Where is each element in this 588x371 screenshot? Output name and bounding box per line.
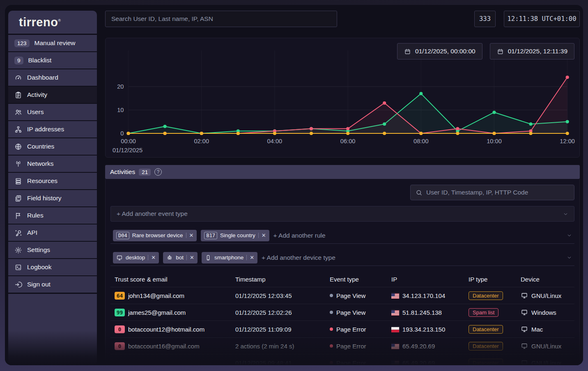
sidebar-item-label: Field history [27,195,62,202]
table-row[interactable]: 99james25@gmail.com01/12/2025 12:02:26Pa… [110,304,574,321]
table-row[interactable]: 0botaccount12@hotmail.com01/12/2025 11:0… [110,321,574,337]
smartphone-icon [205,254,211,261]
add-event-type-label[interactable]: + Add another event type [117,210,188,218]
sidebar-item-dashboard[interactable]: Dashboard [8,69,97,86]
table-row[interactable]: 64john134@gmail.com01/12/2025 12:03:45Pa… [110,287,574,304]
sidebar-item-users[interactable]: Users [8,104,97,120]
sidebar-item-api[interactable]: API [8,224,97,241]
country-flag-icon [391,344,399,349]
filter-tag: D04Rare browser device✕ [113,230,197,241]
search-icon [416,189,423,196]
ip-type-badge: Datacenter [469,325,503,334]
sidebar: tirreno® 123Manual review9BlacklistDashb… [8,11,97,365]
activities-search-input[interactable] [426,189,569,196]
activities-body: + Add another event type D04Rare browser… [105,179,580,365]
cell-device: GNU/Linux [521,359,574,365]
remove-tag-icon[interactable]: ✕ [148,255,156,260]
sidebar-item-resources[interactable]: Resources [8,173,97,189]
filter-tag-label: smartphone [214,254,243,261]
monitor-icon [521,309,528,316]
main-content: 333 12:11:38 UTC+01:00 01/12/2025, 00:00… [105,11,580,365]
gauge-icon [14,74,22,82]
sidebar-item-settings[interactable]: Settings [8,242,97,258]
table-header-row: Trust score & emailTimestampEvent typeIP… [110,272,574,287]
remove-tag-icon[interactable]: ✕ [186,255,194,260]
monitor-icon [116,254,123,261]
svg-text:02:00: 02:00 [194,138,209,144]
cell-device: Mac [521,325,574,333]
remove-tag-icon[interactable]: ✕ [258,233,266,238]
cell-ip-type: Datacenter [469,359,521,366]
rules-filter[interactable]: D04Rare browser device✕B17Single country… [110,227,574,244]
chevron-down-icon[interactable] [563,211,568,217]
sidebar-item-blacklist[interactable]: 9Blacklist [8,52,97,69]
column-header: IP type [469,276,521,283]
device-type-filter[interactable]: desktop✕bot✕smartphone✕+ Add another dev… [110,250,574,266]
sidebar-badge: 9 [14,57,23,64]
cell-timestamp: 01/12/2025 09:48:41 [235,360,330,366]
logo[interactable]: tirreno® [8,11,97,34]
cell-timestamp: 01/12/2025 12:03:45 [235,292,330,299]
key-icon [14,229,22,237]
sidebar-item-logbook[interactable]: Logbook [8,259,97,275]
sidebar-item-ip-addresses[interactable]: IP addresses [8,121,97,137]
sidebar-item-label: Users [27,108,44,116]
chevron-down-icon[interactable] [567,255,572,260]
remove-tag-icon[interactable]: ✕ [186,233,194,238]
cell-trust-email: 99james25@gmail.com [115,309,235,316]
sidebar-item-countries[interactable]: Countries [8,138,97,155]
sidebar-item-field-history[interactable]: Field history [8,190,97,206]
filter-tag-label: Rare browser device [132,232,183,238]
filter-tag-label: Single country [220,232,255,238]
date-from-picker[interactable]: 01/12/2025, 00:00:00 [397,43,482,60]
sidebar-item-networks[interactable]: Networks [8,156,97,172]
sidebar-item-sign-out[interactable]: Sign out [8,276,97,293]
queue-count-badge[interactable]: 333 [474,11,496,27]
sidebar-item-activity[interactable]: Activity [8,87,97,103]
ip-type-badge: Datacenter [469,359,503,366]
filter-tag: bot✕ [163,252,198,263]
trust-score-badge: 0 [115,342,125,350]
table-row[interactable]: 01/12/2025 09:48:41Page Error65.49.20.69… [110,354,574,365]
filter-tag-label: desktop [126,254,145,261]
cell-ip: 65.49.20.69 [391,360,469,366]
clipboard-icon [14,91,22,99]
cell-ip-type: Spam list [469,308,521,317]
date-to-picker[interactable]: 01/12/2025, 12:11:39 [490,43,574,60]
sidebar-item-label: Manual review [34,39,76,47]
remove-tag-icon[interactable]: ✕ [246,255,254,260]
user-email-link[interactable]: botaccount12@hotmail.com [128,326,204,333]
table-row[interactable]: 0botaccount16@gmail.com2 actions (2 min … [110,337,574,354]
cell-event-type: Page Error [330,343,391,350]
cell-event-type: Page Error [330,326,391,333]
date-from-value: 01/12/2025, 00:00:00 [415,48,475,55]
cell-device: GNU/Linux [521,292,574,299]
logo-registered-mark: ® [58,18,61,23]
cell-trust-email: 0botaccount12@hotmail.com [115,325,235,333]
cell-event-type: Page Error [330,360,391,366]
sidebar-item-manual-review[interactable]: 123Manual review [8,35,97,51]
cell-ip: 51.81.245.138 [391,309,469,316]
hierarchy-icon [14,126,22,133]
sidebar-item-label: Logbook [27,263,51,271]
sidebar-item-label: API [27,229,37,236]
global-search-input[interactable] [105,11,337,27]
chevron-down-icon[interactable] [567,233,572,238]
event-type-filter[interactable]: + Add another event type [110,206,574,222]
add-rule-label[interactable]: + Add another rule [273,232,326,239]
cell-trust-email: 0botaccount16@gmail.com [115,342,235,350]
rule-code-badge: D04 [116,232,129,239]
user-email-link[interactable]: john134@gmail.com [128,292,184,299]
user-email-link[interactable]: james25@gmail.com [128,309,186,316]
globe-icon [14,143,22,151]
sidebar-item-rules[interactable]: Rules [8,207,97,224]
trust-score-badge: 64 [115,292,125,300]
svg-text:00:00: 00:00 [121,138,136,144]
calendar-icon [404,48,411,55]
help-icon[interactable]: ? [154,168,162,176]
cell-ip: 34.123.170.104 [391,292,469,299]
user-email-link[interactable]: botaccount16@gmail.com [128,343,200,350]
column-header: Device [521,276,574,283]
cell-event-type: Page View [330,292,391,299]
add-device-type-label[interactable]: + Add another device type [262,254,335,261]
